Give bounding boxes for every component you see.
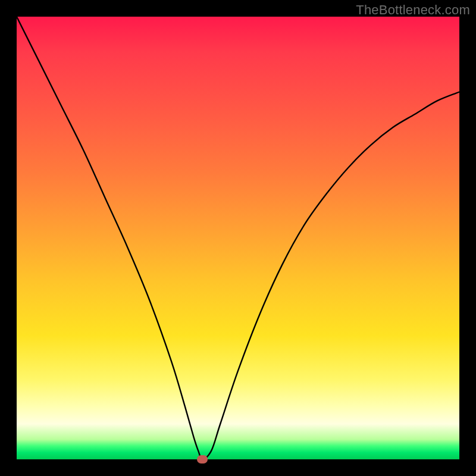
- watermark-text: TheBottleneck.com: [356, 2, 470, 18]
- chart-frame: TheBottleneck.com: [0, 0, 476, 476]
- bottleneck-curve: [17, 17, 459, 459]
- plot-area: [17, 17, 459, 459]
- optimum-marker: [197, 455, 208, 464]
